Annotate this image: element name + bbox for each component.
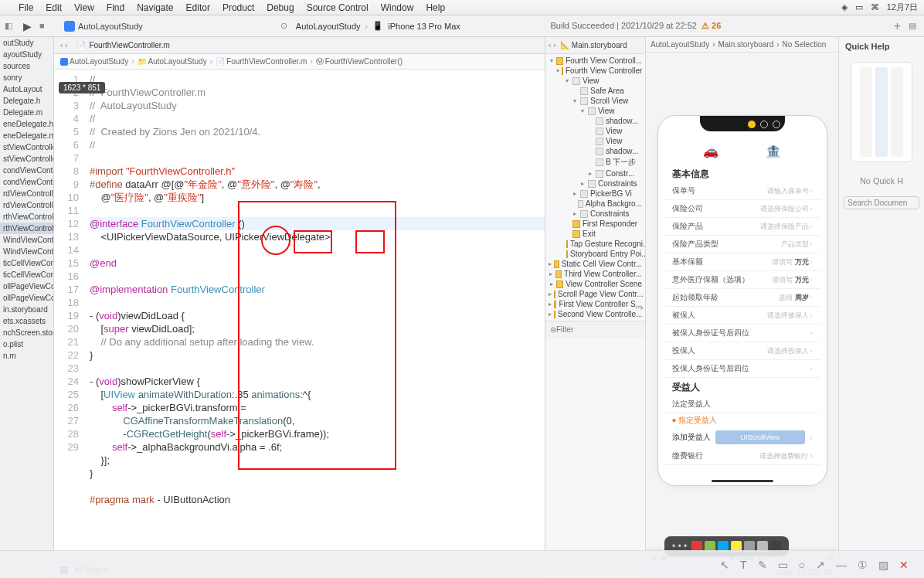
file-item[interactable]: stViewController.h — [0, 141, 53, 153]
form-row[interactable]: 投保人请选择投保人› — [664, 342, 820, 360]
uiscrollview-badge[interactable]: UIScrollView — [715, 430, 806, 444]
library-button[interactable]: ▤ — [909, 21, 919, 32]
form-row[interactable]: 被保人身份证号后四位› — [664, 325, 820, 342]
interface-builder-canvas[interactable]: AutoLayoutStudy›Main.storyboard›No Selec… — [646, 37, 839, 578]
tab-source-file[interactable]: 📄 FourthViewController.m — [76, 41, 169, 49]
menu-navigate[interactable]: Navigate — [137, 2, 173, 13]
outline-row[interactable]: First Responder — [545, 219, 645, 229]
outline-row[interactable]: B 下一步 — [545, 156, 645, 168]
outline-row[interactable]: ▸Second View Controlle... — [545, 309, 645, 319]
tool-arrow[interactable]: ↗ — [816, 559, 825, 571]
designated-beneficiary[interactable]: ● 指定受益人 — [664, 413, 820, 427]
outline-row[interactable]: ▸Third View Controller... — [545, 269, 645, 279]
tool-rect[interactable]: ▭ — [778, 559, 788, 571]
outline-row[interactable]: ▸View Controller Scene — [545, 279, 645, 289]
document-outline[interactable]: ‹ › 📐 Main.storyboard ▾Fourth View Contr… — [545, 37, 646, 578]
file-item[interactable]: nchScreen.storyboard — [0, 327, 53, 338]
outline-row[interactable]: ▸First View Controller S... — [545, 299, 645, 309]
form-row[interactable]: 保险公司请选择保险公司› — [664, 200, 820, 218]
file-item[interactable]: ayoutStudy — [0, 49, 53, 60]
outline-row[interactable]: shadow... — [545, 146, 645, 156]
outline-row[interactable]: ▸Static Cell View Contr... — [545, 259, 645, 269]
run-button[interactable]: ▶ — [23, 20, 32, 32]
tool-close[interactable]: ✕ — [899, 559, 909, 571]
form-row[interactable]: 起始领取年龄选填 周岁› — [664, 289, 820, 307]
menu-help[interactable]: Help — [426, 2, 445, 13]
storyboard-breadcrumb[interactable]: AutoLayoutStudy›Main.storyboard›No Selec… — [646, 37, 838, 53]
menu-edit[interactable]: Edit — [46, 2, 62, 13]
form-row[interactable]: 保险产品类型产品类型› — [664, 236, 820, 253]
outline-row[interactable]: shadow... — [545, 116, 645, 126]
file-item[interactable]: WindViewController.m — [0, 246, 53, 257]
device-preview[interactable]: 🚗🏦 基本信息 保单号请输入保单号›保险公司请选择保险公司›保险产品请选择保险产… — [657, 115, 827, 486]
control-center-icon[interactable]: ⌘ — [871, 2, 879, 12]
file-item[interactable]: in.storyboard — [0, 304, 53, 315]
menu-editor[interactable]: Editor — [186, 2, 210, 13]
file-item[interactable]: ticCellViewController.m — [0, 269, 53, 280]
menu-window[interactable]: Window — [381, 2, 414, 13]
menu-find[interactable]: Find — [107, 2, 124, 13]
menu-product[interactable]: Product — [223, 2, 254, 13]
file-item[interactable]: rthViewController.m — [0, 223, 53, 234]
outline-filter[interactable]: ⊜ — [545, 321, 645, 338]
outline-row[interactable]: ▾Fourth View Controll... — [545, 56, 645, 66]
file-item[interactable]: condViewController.m — [0, 176, 53, 188]
file-item[interactable]: WindViewController.h — [0, 234, 53, 246]
file-item[interactable]: Delegate.h — [0, 95, 53, 107]
file-item[interactable]: rdViewController.m — [0, 199, 53, 211]
file-item[interactable]: eneDelegate.h — [0, 118, 53, 130]
tool-circle[interactable]: ○ — [799, 559, 805, 571]
file-item[interactable]: ticCellViewController.h — [0, 257, 53, 269]
file-item[interactable]: ollPageViewController.m — [0, 292, 53, 304]
jump-bar[interactable]: AutoLayoutStudy› 📁 AutoLayoutStudy› 📄 Fo… — [54, 54, 545, 70]
outline-row[interactable]: ▸Constraints — [545, 178, 645, 189]
outline-row[interactable]: Storyboard Entry Poi... — [545, 249, 645, 259]
scheme-label[interactable]: AutoLayoutStudy — [296, 22, 361, 31]
form-row[interactable]: 保单号请输入保单号› — [664, 182, 820, 200]
form-row[interactable]: 投保人身份证号后四位› — [664, 360, 820, 378]
menu-view[interactable]: View — [74, 2, 94, 13]
file-item[interactable]: outStudy — [0, 37, 53, 49]
file-item[interactable]: rdViewController.h — [0, 188, 53, 199]
legal-beneficiary-row[interactable]: 法定受益人 — [664, 396, 820, 413]
date-label[interactable]: 12月7日 — [887, 2, 918, 13]
tool-number[interactable]: ① — [858, 559, 868, 571]
form-row[interactable]: 意外医疗保额（选填）请填写 万元› — [664, 271, 820, 289]
markup-dock[interactable]: ↖ T ✎ ▭ ○ ↗ — ① ▨ ✕ — [0, 550, 924, 578]
navigator-toggle-icon[interactable]: ◧ — [5, 21, 15, 32]
menu-source-control[interactable]: Source Control — [307, 2, 369, 13]
outline-row[interactable]: Alpha Backgro... — [545, 199, 645, 209]
file-item[interactable]: n.m — [0, 350, 53, 362]
add-tab-button[interactable]: + — [894, 19, 901, 33]
file-item[interactable]: sonry — [0, 72, 53, 83]
menu-file[interactable]: File — [19, 2, 33, 13]
outline-row[interactable]: ▸Scroll Page View Contr... — [545, 289, 645, 299]
doc-search[interactable]: Search Documen — [844, 196, 919, 209]
file-item[interactable]: stViewController.m — [0, 153, 53, 165]
tool-pen[interactable]: ✎ — [758, 559, 767, 571]
outline-row[interactable]: Exit — [545, 229, 645, 239]
menu-debug[interactable]: Debug — [267, 2, 294, 13]
outline-row[interactable]: ▾Fourth View Controller — [545, 66, 645, 76]
outline-row[interactable]: ▸Constraints — [545, 209, 645, 219]
run-destination[interactable]: iPhone 13 Pro Max — [388, 22, 460, 31]
scheme-selector[interactable]: AutoLayoutStudy — [58, 19, 149, 33]
outline-row[interactable]: ▸PickerBG Vi — [545, 189, 645, 199]
file-item[interactable]: eneDelegate.m — [0, 130, 53, 141]
source-editor[interactable]: 1234567891011121314151617181920212223242… — [54, 70, 545, 561]
tool-line[interactable]: — — [836, 559, 847, 571]
minimap[interactable] — [851, 62, 912, 162]
file-item[interactable]: o.plist — [0, 338, 53, 350]
bank-row[interactable]: 缴费银行请选择缴费银行 › — [664, 447, 820, 465]
tool-pointer[interactable]: ↖ — [720, 559, 729, 571]
outline-row[interactable]: ▾View — [545, 76, 645, 86]
add-beneficiary-label[interactable]: 添加受益人 — [672, 432, 711, 443]
file-item[interactable]: rthViewController.h — [0, 211, 53, 223]
wifi-icon[interactable]: ◈ — [841, 2, 848, 12]
outline-row[interactable]: Tap Gesture Recogni... — [545, 239, 645, 249]
outline-row[interactable]: Safe Area — [545, 86, 645, 96]
outline-row[interactable]: View — [545, 126, 645, 136]
warning-count[interactable]: ⚠ 26 — [701, 21, 721, 30]
file-item[interactable]: sources — [0, 60, 53, 72]
battery-icon[interactable]: ▭ — [855, 2, 863, 12]
